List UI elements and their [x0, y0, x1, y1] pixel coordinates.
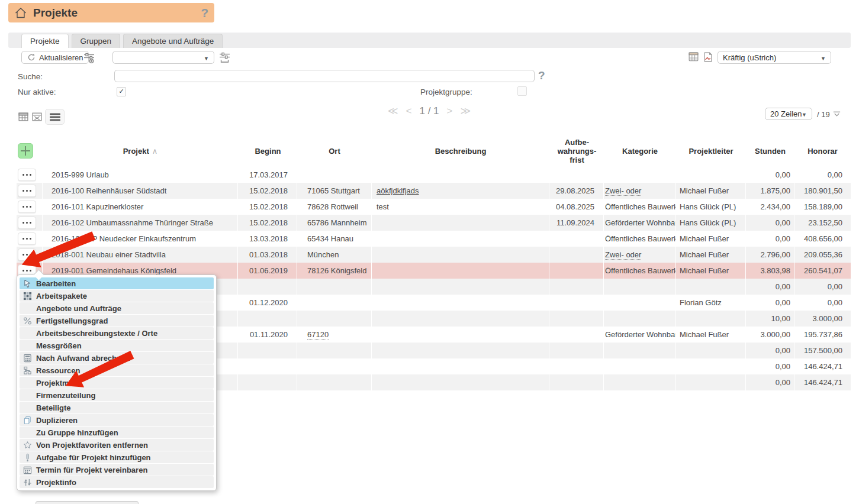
menu-item-duplizieren[interactable]: Duplizieren — [20, 414, 214, 426]
export-spreadsheet-icon[interactable] — [688, 51, 699, 63]
prev-page-button[interactable]: < — [406, 105, 412, 117]
cell-ort: München — [297, 247, 372, 263]
cell-beginn — [238, 358, 297, 374]
first-page-button[interactable]: ≪ — [388, 105, 398, 117]
menu-item-von-projektfavoriten-entfernen[interactable]: Von Projektfavoriten entfernen — [20, 439, 214, 451]
menu-item-arbeitsbeschreibungstexte-orte[interactable]: Arbeitsbeschreibungstexte / Orte — [20, 327, 214, 339]
dropdown-caret-icon — [204, 53, 209, 62]
filter-settings-icon[interactable] — [83, 52, 95, 63]
total-rows-label: / 19 — [817, 110, 830, 119]
cell-aufbewahrungsfrist: 04.08.2025 — [549, 199, 604, 215]
cell-honorar: 3.000,00 — [794, 311, 851, 327]
tab-angebote-und-auftr-ge[interactable]: Angebote und Aufträge — [123, 34, 223, 48]
column-header-leiter[interactable]: Projektleiter — [676, 135, 746, 167]
menu-item-beteiligte[interactable]: Beteiligte — [20, 402, 214, 413]
menu-item-firmenzuteilung[interactable]: Firmenzuteilung — [20, 389, 214, 401]
refresh-icon — [27, 53, 36, 62]
menu-item-aufgabe-für-projekt-hinzufügen[interactable]: Aufgabe für Projekt hinzufügen — [20, 451, 214, 463]
table-row[interactable]: 2018-001 Neubau einer Stadtvilla01.03.20… — [17, 247, 851, 263]
menu-item-label: Von Projektfavoriten entfernen — [36, 441, 148, 450]
cell-beschreibung — [372, 167, 549, 183]
column-header-hon[interactable]: Honorar — [794, 135, 851, 167]
search-help-icon[interactable]: ? — [538, 69, 545, 82]
cell-projekt: 2016-101 Kapuzinerkloster — [43, 199, 238, 215]
cell-projekt: 2016-102 Umbaumassnahme Thüringer Straße — [43, 215, 238, 231]
menu-item-angebote-und-aufträge[interactable]: Angebote und Aufträge — [20, 302, 214, 314]
cell-honorar: 260.541,07 — [794, 263, 851, 279]
row-menu-button[interactable] — [18, 201, 36, 213]
cell-projektleiter: Michael Fußer — [676, 183, 746, 199]
table-row[interactable]: 2016-102 Umbaumassnahme Thüringer Straße… — [17, 215, 851, 231]
menu-item-label: Fertigstellungsgrad — [36, 316, 108, 325]
saved-filter-select[interactable] — [112, 51, 214, 64]
edit-cursor-icon — [23, 279, 35, 288]
table-row[interactable]: 2015-999 Urlaub17.03.20170,000,00 — [17, 167, 851, 183]
column-header-frist[interactable]: Aufbe- wahrungs- frist — [549, 135, 604, 167]
style-select[interactable]: Kräftig (uStrich) — [718, 51, 831, 64]
menu-item-label: Projektinfo — [36, 478, 76, 487]
tab-gruppen[interactable]: Gruppen — [72, 34, 121, 48]
menu-item-label: Termin für Projekt vereinbaren — [36, 466, 147, 474]
menu-item-termin-für-projekt-vereinbaren[interactable]: Termin für Projekt vereinbaren — [20, 464, 214, 476]
column-header-beginn[interactable]: Beginn — [238, 135, 297, 167]
last-page-button[interactable]: ≫ — [460, 105, 471, 117]
project-group-checkbox[interactable] — [517, 86, 527, 96]
scroll-to-end-icon[interactable] — [832, 111, 841, 118]
row-menu-button[interactable] — [18, 217, 36, 229]
cell-kategorie — [604, 279, 676, 295]
column-header-projekt[interactable]: Projekt∧ — [43, 135, 238, 167]
menu-item-projektinfo[interactable]: Projektinfo — [20, 476, 214, 488]
cell-honorar: 0,00 — [794, 279, 851, 295]
menu-item-arbeitspakete[interactable]: Arbeitspakete — [20, 290, 214, 302]
cell-beschreibung — [372, 374, 549, 390]
dropdown-caret-icon — [802, 109, 807, 118]
column-header-besch[interactable]: Beschreibung — [372, 135, 549, 167]
next-page-button[interactable]: > — [447, 105, 453, 117]
column-header-std[interactable]: Stunden — [746, 135, 794, 167]
cell-honorar: 209.055,36 — [794, 247, 851, 263]
view-table-icon[interactable] — [18, 111, 29, 122]
resources-icon — [23, 366, 35, 375]
table-row[interactable]: 2016-100 Reihenhäuser Südstadt15.02.2018… — [17, 183, 851, 199]
cell-beschreibung: test — [372, 199, 549, 215]
cell-projektleiter: Florian Götz — [676, 295, 746, 311]
cell-beginn: 01.11.2020 — [238, 327, 297, 343]
cell-beginn — [238, 311, 297, 327]
tab-projekte[interactable]: Projekte — [21, 34, 69, 48]
cell-beschreibung — [372, 279, 549, 295]
cell-ort: 71065 Stuttgart — [297, 183, 372, 199]
row-menu-button[interactable] — [18, 169, 36, 181]
cell-stunden: 0,00 — [746, 358, 794, 374]
duplicate-icon — [23, 415, 35, 425]
menu-item-fertigstellungsgrad[interactable]: Fertigstellungsgrad — [20, 315, 214, 327]
cell-beginn — [238, 279, 297, 295]
row-menu-button[interactable] — [18, 232, 36, 245]
add-project-button[interactable] — [18, 143, 33, 159]
view-table-remove-icon[interactable] — [31, 111, 43, 122]
cell-beschreibung — [372, 231, 549, 247]
column-settings-icon[interactable] — [219, 52, 230, 63]
search-input[interactable] — [114, 70, 535, 82]
table-row[interactable]: 2016-103 GP Neudecker Einkaufszentrum13.… — [17, 231, 851, 247]
menu-item-label: Aufgabe für Projekt hinzufügen — [36, 453, 151, 462]
cell-honorar: 408.656,00 — [794, 231, 851, 247]
only-active-checkbox[interactable]: ✓ — [117, 87, 126, 96]
column-header-ort[interactable]: Ort — [297, 135, 372, 167]
refresh-button[interactable]: Aktualisieren — [21, 51, 89, 64]
menu-item-projektmail[interactable]: Projektmail — [20, 377, 214, 389]
menu-item-bearbeiten[interactable]: Bearbeiten — [20, 277, 214, 289]
cell-kategorie — [604, 374, 676, 390]
view-list-button[interactable] — [45, 109, 65, 125]
rows-per-page-select[interactable]: 20 Zeilen — [765, 108, 812, 120]
cell-projektleiter: Michael Fußer — [676, 263, 746, 279]
export-pdf-icon[interactable] — [702, 51, 713, 63]
row-menu-button[interactable] — [18, 185, 36, 197]
menu-item-label: Bearbeiten — [36, 279, 76, 288]
cell-projektleiter: Hans Glück (PL) — [676, 199, 746, 215]
menu-item-zu-gruppe-hinzufügen[interactable]: Zu Gruppe hinzufügen — [20, 427, 214, 438]
table-row[interactable]: 2016-101 Kapuzinerkloster15.02.201878628… — [17, 199, 851, 215]
help-icon[interactable]: ? — [201, 6, 208, 20]
no-icon — [23, 341, 35, 350]
column-header-kat[interactable]: Kategorie — [604, 135, 676, 167]
cell-aufbewahrungsfrist — [549, 279, 604, 295]
